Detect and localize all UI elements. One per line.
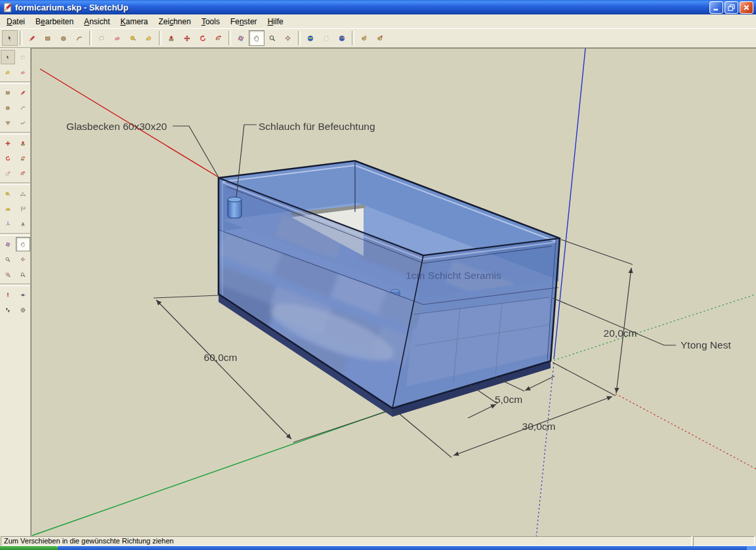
share-models-tool-button[interactable] [372,30,388,46]
arc-tool-button[interactable] [72,30,87,46]
look-around-tool-button[interactable] [16,287,30,302]
section-plane-tool-button[interactable] [16,303,30,317]
menu-datei[interactable]: Datei [1,15,30,28]
menu-tools[interactable]: Tools [196,15,225,28]
svg-text:15: 15 [22,192,24,194]
drawing-canvas[interactable]: Glasbecken 60x30x20 Schlauch für Befeuch… [31,48,756,536]
walk-icon [5,305,10,316]
next-view-tool-button[interactable] [334,30,350,46]
circle-tool-button[interactable] [56,30,72,46]
menu-fenster[interactable]: Fenster [225,15,262,28]
previous-view-tool-button[interactable] [303,30,318,46]
toolbar-separator [89,31,92,45]
push-pull-tool-button[interactable] [16,136,30,150]
pan-icon [253,33,260,44]
polygon-tool-button[interactable] [1,116,15,130]
measurement-box[interactable] [693,536,755,546]
pan-tool-button[interactable] [249,30,264,46]
paint-bucket-icon [5,67,10,78]
menu-bar: DateiBearbeitenAnsichtKameraZeichnenTool… [0,14,756,28]
paint-bucket-tool-button[interactable] [141,30,157,46]
paint-bucket-tool-button[interactable] [1,65,15,79]
text-tool-button[interactable]: Abc [16,201,30,216]
rotate-icon [5,153,10,164]
menu-zeichnen[interactable]: Zeichnen [154,15,196,28]
axes-tool-button[interactable] [1,217,15,231]
hose-cylinder [228,197,242,218]
start-button-strip[interactable] [0,546,58,550]
menu-ansicht[interactable]: Ansicht [79,15,115,28]
rectangle-tool-button[interactable] [1,85,15,100]
zoom-tool-button[interactable] [264,30,280,46]
rotate-tool-button[interactable] [195,30,211,46]
rotate-tool-button[interactable] [1,151,15,165]
glass-tank-label: Glasbecken 60x30x20 [66,121,167,132]
move-tool-button[interactable] [179,30,195,46]
walk-tool-button[interactable] [1,303,15,317]
select-tool-button[interactable] [1,50,15,64]
move-tool-button[interactable] [1,136,15,150]
scale-icon [5,168,10,179]
section-plane-icon [20,305,26,316]
circle-icon [60,33,67,44]
eraser-icon [114,33,121,44]
zoom-extents-tool-button[interactable] [16,252,30,266]
orbit-tool-button[interactable] [1,237,15,251]
seramis-layer-label: 1cm Schicht Seramis [406,270,501,281]
tape-measure-tool-button[interactable] [1,186,15,201]
position-camera-icon [5,289,10,301]
eraser-tool-button[interactable] [110,30,125,46]
dimension-tool-button[interactable]: 15 [16,186,30,201]
minimize-button[interactable] [709,1,723,14]
push-pull-tool-button[interactable] [163,30,179,46]
zoom-window-tool-button[interactable] [1,267,15,282]
zoom-extents-tool-button[interactable] [280,30,296,46]
rotate-icon [200,33,206,44]
scale-tool-button[interactable] [1,166,15,180]
top-toolbar [0,28,756,48]
offset-icon [20,168,26,179]
push-pull-icon [20,138,26,149]
dim-depth-label: 30,0cm [522,421,556,432]
previous-view-icon [307,33,314,44]
get-models-tool-button[interactable] [356,30,372,46]
protractor-tool-button[interactable] [1,201,15,216]
zoom-previous-icon [20,269,26,280]
3d-text-tool-button[interactable]: A [16,217,30,231]
offset-tool-button[interactable] [16,166,30,180]
standard-view-tool-button[interactable] [318,30,334,46]
arc-tool-button[interactable] [16,100,30,115]
svg-text:A: A [21,221,24,226]
circle-tool-button[interactable] [1,100,15,115]
line-tool-button[interactable] [24,30,40,46]
toolbar-separator [0,233,30,236]
orbit-tool-button[interactable] [233,30,249,46]
system-tray-strip [747,546,756,550]
menu-hilfe[interactable]: Hilfe [262,15,289,28]
rectangle-tool-button[interactable] [40,30,56,46]
select-tool-button[interactable] [2,30,18,46]
make-component-tool-button[interactable] [16,50,30,64]
follow-me-tool-button[interactable] [16,151,30,165]
restore-button[interactable] [724,1,738,14]
offset-tool-button[interactable] [211,30,226,46]
menu-bearbeiten[interactable]: Bearbeiten [30,15,79,28]
make-component-tool-button[interactable] [94,30,110,46]
tape-measure-tool-button[interactable] [125,30,141,46]
zoom-previous-tool-button[interactable] [16,267,30,282]
tape-measure-icon [130,33,136,44]
rectangle-icon [45,33,51,44]
ytong-nest-label: Ytong Nest [681,339,731,350]
arc-icon [20,102,26,114]
eraser-tool-button[interactable] [16,65,30,79]
status-message: Zum Verschieben in die gewünschte Richtu… [1,536,692,546]
eraser-icon [20,67,26,78]
pan-tool-button[interactable] [16,237,30,251]
zoom-tool-button[interactable] [1,252,15,266]
close-button[interactable] [740,1,753,14]
zoom-extents-icon [20,254,26,265]
line-tool-button[interactable] [16,85,30,100]
menu-kamera[interactable]: Kamera [115,15,153,28]
freehand-tool-button[interactable] [16,116,30,130]
position-camera-tool-button[interactable] [1,287,15,302]
